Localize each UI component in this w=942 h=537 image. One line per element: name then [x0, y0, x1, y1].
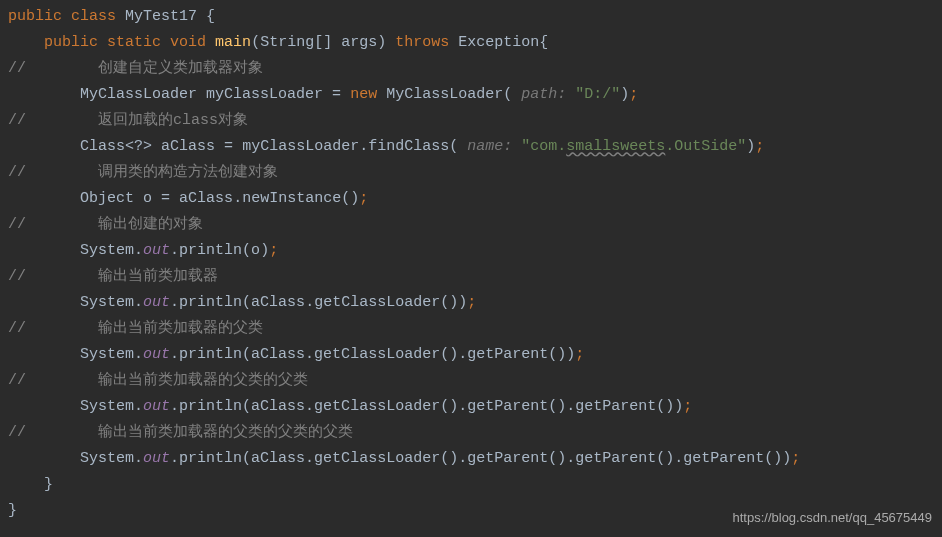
- comment-text: 输出创建的对象: [98, 216, 203, 233]
- code-line-13-comment: // 输出当前类加载器的父类: [0, 316, 942, 342]
- string-warn: smallsweets: [566, 138, 665, 155]
- string-pre: "com.: [521, 138, 566, 155]
- code-line-5-comment: // 返回加载的class对象: [0, 108, 942, 134]
- comment-text: 调用类的构造方法创建对象: [98, 164, 278, 181]
- comment-marker: //: [8, 268, 26, 285]
- code-line-1: public class MyTest17 {: [0, 4, 942, 30]
- string-literal: "D:/": [575, 86, 620, 103]
- keyword-class: class: [71, 8, 116, 25]
- comment-marker: //: [8, 216, 26, 233]
- brace-close: }: [44, 476, 53, 493]
- code-line-7-comment: // 调用类的构造方法创建对象: [0, 160, 942, 186]
- keyword-new: new: [350, 86, 377, 103]
- brace-close: }: [8, 502, 17, 519]
- comment-text: 输出当前类加载器的父类的父类的父类: [98, 424, 353, 441]
- code-line-8: Object o = aClass.newInstance();: [0, 186, 942, 212]
- code-line-9-comment: // 输出创建的对象: [0, 212, 942, 238]
- code-editor[interactable]: public class MyTest17 { public static vo…: [0, 0, 942, 528]
- field-out: out: [143, 294, 170, 311]
- class-name: MyTest17: [125, 8, 197, 25]
- keyword-public: public: [44, 34, 98, 51]
- code-line-3-comment: // 创建自定义类加载器对象: [0, 56, 942, 82]
- brace-open: {: [206, 8, 215, 25]
- field-out: out: [143, 346, 170, 363]
- code-line-12: System.out.println(aClass.getClassLoader…: [0, 290, 942, 316]
- code-line-15-comment: // 输出当前类加载器的父类的父类: [0, 368, 942, 394]
- comment-text: 创建自定义类加载器对象: [98, 60, 263, 77]
- param-hint: path:: [521, 86, 566, 103]
- code-line-6: Class<?> aClass = myClassLoader.findClas…: [0, 134, 942, 160]
- comment-text: 输出当前类加载器的父类: [98, 320, 263, 337]
- code-line-17-comment: // 输出当前类加载器的父类的父类的父类: [0, 420, 942, 446]
- keyword-static: static: [107, 34, 161, 51]
- comment-marker: //: [8, 424, 26, 441]
- code-line-19: }: [0, 472, 942, 498]
- code-line-18: System.out.println(aClass.getClassLoader…: [0, 446, 942, 472]
- comment-text: 返回加载的class对象: [98, 112, 248, 129]
- keyword-void: void: [170, 34, 206, 51]
- field-out: out: [143, 450, 170, 467]
- comment-text: 输出当前类加载器: [98, 268, 218, 285]
- comment-marker: //: [8, 164, 26, 181]
- code-line-10: System.out.println(o);: [0, 238, 942, 264]
- method-main: main: [215, 34, 251, 51]
- code-line-16: System.out.println(aClass.getClassLoader…: [0, 394, 942, 420]
- field-out: out: [143, 242, 170, 259]
- keyword-public: public: [8, 8, 62, 25]
- comment-marker: //: [8, 320, 26, 337]
- comment-text: 输出当前类加载器的父类的父类: [98, 372, 308, 389]
- code-line-4: MyClassLoader myClassLoader = new MyClas…: [0, 82, 942, 108]
- param-hint: name:: [467, 138, 512, 155]
- watermark-text: https://blog.csdn.net/qq_45675449: [733, 505, 933, 531]
- code-line-14: System.out.println(aClass.getClassLoader…: [0, 342, 942, 368]
- keyword-throws: throws: [395, 34, 449, 51]
- comment-marker: //: [8, 112, 26, 129]
- comment-marker: //: [8, 60, 26, 77]
- string-post: .OutSide": [665, 138, 746, 155]
- comment-marker: //: [8, 372, 26, 389]
- field-out: out: [143, 398, 170, 415]
- code-line-11-comment: // 输出当前类加载器: [0, 264, 942, 290]
- code-line-2: public static void main(String[] args) t…: [0, 30, 942, 56]
